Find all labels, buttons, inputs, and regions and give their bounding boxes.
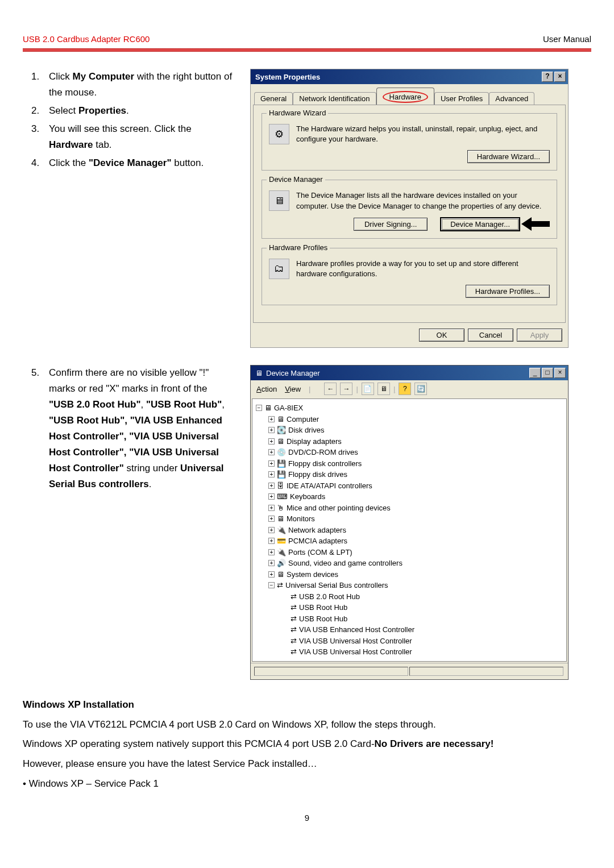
collapse-icon[interactable]: −	[256, 405, 262, 411]
tab-advanced[interactable]: Advanced	[489, 92, 534, 105]
manual-page: USB 2.0 Cardbus Adapter RC600 User Manua…	[0, 0, 614, 857]
titlebar-buttons: ? ×	[542, 72, 566, 82]
cancel-button[interactable]: Cancel	[468, 329, 513, 342]
device-category-icon: 🖥	[277, 513, 284, 525]
tree-item[interactable]: +🖥Monitors	[256, 513, 563, 525]
tree-usb-item[interactable]: ⇄VIA USB Universal Host Controller	[256, 646, 563, 658]
annotation-arrow-icon	[521, 217, 550, 231]
expand-icon[interactable]: +	[268, 560, 275, 566]
tab-network-id[interactable]: Network Identification	[293, 92, 376, 105]
close-button[interactable]: ×	[554, 72, 566, 82]
hardware-profiles-icon: 🗂	[269, 259, 289, 279]
device-category-icon: 🔊	[277, 558, 286, 569]
device-manager-text: The Device Manager lists all the hardwar…	[296, 190, 550, 211]
tree-item-label: Display adapters	[287, 436, 342, 447]
apply-button[interactable]: Apply	[517, 329, 562, 342]
driver-signing-button[interactable]: Driver Signing...	[354, 218, 428, 231]
tree-usb-item[interactable]: ⇄USB 2.0 Root Hub	[256, 591, 563, 603]
dialog-footer: OK Cancel Apply	[251, 325, 568, 347]
expand-icon[interactable]: +	[268, 416, 275, 422]
device-manager-window: 🖥 Device Manager _ □ × Action View | ←	[250, 365, 569, 680]
dm-toolbar: ← → | 📄 🖥 | ? 🔄	[324, 383, 427, 395]
steps-1-4: Click My Computer with the right button …	[23, 69, 233, 348]
toolbar-refresh-icon[interactable]: 🔄	[414, 383, 427, 395]
menu-view[interactable]: View	[285, 385, 301, 393]
toolbar-back-icon[interactable]: ←	[324, 383, 337, 395]
tree-usb-controllers[interactable]: − ⇄ Universal Serial Bus controllers	[256, 580, 563, 591]
step-4: Click the "Device Manager" button.	[42, 155, 233, 171]
tree-item[interactable]: +🔌Network adapters	[256, 525, 563, 536]
tab-strip: General Network Identification Hardware …	[251, 84, 568, 105]
expand-icon[interactable]: +	[268, 571, 275, 578]
tree-item[interactable]: +🖥Display adapters	[256, 436, 563, 447]
expand-icon[interactable]: +	[268, 438, 275, 445]
tab-general[interactable]: General	[254, 92, 293, 105]
dialog-body: Hardware Wizard ⚙ The Hardware wizard he…	[253, 105, 566, 323]
tree-item[interactable]: +🗄IDE ATA/ATAPI controllers	[256, 480, 563, 492]
toolbar-monitor-icon[interactable]: 🖥	[377, 383, 390, 395]
tree-item-label: Ports (COM & LPT)	[288, 547, 352, 558]
tree-item-label: Disk drives	[288, 425, 325, 436]
group-title-hw-profiles: Hardware Profiles	[267, 243, 330, 252]
ok-button[interactable]: OK	[419, 329, 464, 342]
tree-item-label: Floppy disk controllers	[288, 458, 362, 470]
device-category-icon: 🔌	[277, 525, 286, 536]
device-category-icon: 🗄	[277, 480, 284, 492]
usb-device-icon: ⇄	[291, 624, 297, 636]
hardware-wizard-button[interactable]: Hardware Wizard...	[467, 150, 550, 163]
tree-usb-item[interactable]: ⇄VIA USB Universal Host Controller	[256, 636, 563, 647]
collapse-icon[interactable]: −	[268, 582, 275, 588]
expand-icon[interactable]: +	[268, 460, 275, 467]
tree-item-label: System devices	[287, 569, 338, 580]
toolbar-help-icon[interactable]: ?	[399, 383, 411, 395]
tree-usb-label: VIA USB Enhanced Host Controller	[299, 624, 414, 636]
xp-p3: However, please ensure you have the late…	[23, 756, 591, 773]
usb-device-icon: ⇄	[291, 636, 297, 647]
tree-usb-item[interactable]: ⇄USB Root Hub	[256, 602, 563, 613]
tree-item[interactable]: +💾Floppy disk controllers	[256, 458, 563, 470]
maximize-button[interactable]: □	[542, 368, 553, 378]
tree-item[interactable]: +💾Floppy disk drives	[256, 469, 563, 480]
close-button[interactable]: ×	[554, 368, 566, 378]
toolbar-properties-icon[interactable]: 📄	[362, 383, 374, 395]
expand-icon[interactable]: +	[268, 505, 275, 511]
expand-icon[interactable]: +	[268, 493, 275, 500]
minimize-button[interactable]: _	[529, 368, 541, 378]
expand-icon[interactable]: +	[268, 538, 275, 544]
hardware-wizard-icon: ⚙	[269, 124, 289, 144]
toolbar-forward-icon[interactable]: →	[340, 383, 352, 395]
help-button[interactable]: ?	[542, 72, 553, 82]
system-properties-screenshot: System Properties ? × General Network Id…	[250, 69, 591, 348]
expand-icon[interactable]: +	[268, 549, 275, 555]
usb-device-icon: ⇄	[291, 602, 297, 613]
menu-action[interactable]: Action	[256, 385, 277, 393]
hardware-profiles-button[interactable]: Hardware Profiles...	[466, 285, 550, 298]
tree-item[interactable]: +⌨Keyboards	[256, 491, 563, 502]
tree-root[interactable]: − 🖥 GA-8IEX	[256, 402, 563, 414]
tree-usb-item[interactable]: ⇄USB Root Hub	[256, 613, 563, 625]
expand-icon[interactable]: +	[268, 427, 275, 433]
tree-item[interactable]: +💿DVD/CD-ROM drives	[256, 447, 563, 458]
header-left: USB 2.0 Cardbus Adapter RC600	[23, 34, 150, 44]
tab-user-profiles[interactable]: User Profiles	[434, 92, 489, 105]
xp-heading: Windows XP Installation	[23, 699, 134, 710]
expand-icon[interactable]: +	[268, 471, 275, 477]
tree-usb-item[interactable]: ⇄VIA USB Enhanced Host Controller	[256, 624, 563, 636]
tree-item[interactable]: +🔌Ports (COM & LPT)	[256, 547, 563, 558]
tab-hardware[interactable]: Hardware	[376, 88, 434, 105]
tree-item[interactable]: +🖥Computer	[256, 414, 563, 425]
expand-icon[interactable]: +	[268, 527, 275, 533]
tree-item-label: Monitors	[287, 513, 315, 525]
tree-item[interactable]: +💳PCMCIA adapters	[256, 535, 563, 547]
expand-icon[interactable]: +	[268, 483, 275, 489]
tree-item[interactable]: +💽Disk drives	[256, 425, 563, 436]
group-hardware-wizard: Hardware Wizard ⚙ The Hardware wizard he…	[262, 113, 557, 171]
expand-icon[interactable]: +	[268, 449, 275, 455]
tree-item[interactable]: +🖱Mice and other pointing devices	[256, 502, 563, 514]
tree-item[interactable]: +🔊Sound, video and game controllers	[256, 558, 563, 569]
device-manager-button[interactable]: Device Manager...	[440, 217, 520, 231]
expand-icon[interactable]: +	[268, 516, 275, 522]
step-3: You will see this screen. Click the Hard…	[42, 121, 233, 153]
tree-item[interactable]: +🖥System devices	[256, 569, 563, 580]
hw-profiles-text: Hardware profiles provide a way for you …	[296, 259, 550, 279]
